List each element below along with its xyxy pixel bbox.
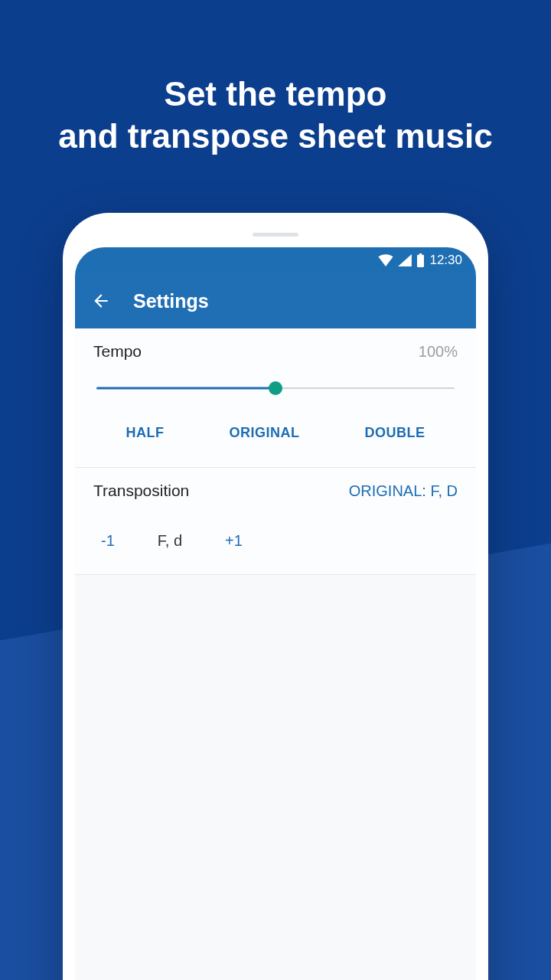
battery-icon bbox=[416, 253, 425, 267]
arrow-left-icon bbox=[91, 291, 111, 311]
transposition-controls: -1 F, d +1 bbox=[93, 529, 458, 553]
status-bar: 12:30 bbox=[75, 247, 476, 273]
device-screen: 12:30 Settings Tempo 100% bbox=[75, 247, 476, 980]
tempo-preset-half[interactable]: HALF bbox=[119, 420, 172, 446]
back-button[interactable] bbox=[90, 290, 112, 312]
app-bar: Settings bbox=[75, 273, 476, 328]
device-frame-container: 12:30 Settings Tempo 100% bbox=[63, 213, 488, 980]
transpose-up-button[interactable]: +1 bbox=[220, 529, 247, 553]
wifi-icon bbox=[378, 254, 393, 266]
tempo-value: 100% bbox=[419, 343, 458, 361]
transpose-down-button[interactable]: -1 bbox=[96, 529, 119, 553]
promo-headline: Set the tempo and transpose sheet music bbox=[0, 0, 551, 157]
status-time: 12:30 bbox=[429, 253, 462, 268]
promo-line-1: Set the tempo bbox=[0, 73, 551, 115]
slider-fill bbox=[96, 387, 276, 390]
device-speaker-slot bbox=[253, 233, 298, 237]
tempo-section: Tempo 100% HALF ORIGINAL DOUBLE bbox=[75, 328, 476, 468]
transposition-original[interactable]: ORIGINAL: F, D bbox=[349, 482, 458, 500]
slider-thumb[interactable] bbox=[269, 381, 282, 395]
tempo-presets: HALF ORIGINAL DOUBLE bbox=[93, 420, 458, 446]
page-title: Settings bbox=[133, 290, 209, 312]
svg-rect-1 bbox=[419, 253, 422, 255]
device-frame: 12:30 Settings Tempo 100% bbox=[63, 213, 488, 980]
promo-background: Set the tempo and transpose sheet music … bbox=[0, 0, 551, 980]
empty-content-area bbox=[75, 575, 476, 980]
svg-rect-0 bbox=[417, 255, 424, 267]
promo-line-2: and transpose sheet music bbox=[0, 115, 551, 157]
tempo-preset-double[interactable]: DOUBLE bbox=[357, 420, 433, 446]
cell-signal-icon bbox=[398, 254, 412, 266]
transposition-current-key: F, d bbox=[158, 532, 182, 550]
tempo-slider[interactable] bbox=[96, 379, 455, 397]
tempo-label: Tempo bbox=[93, 342, 142, 361]
transposition-label: Transposition bbox=[93, 482, 189, 500]
tempo-preset-original[interactable]: ORIGINAL bbox=[222, 420, 308, 446]
transposition-section: Transposition ORIGINAL: F, D -1 F, d +1 bbox=[75, 468, 476, 575]
